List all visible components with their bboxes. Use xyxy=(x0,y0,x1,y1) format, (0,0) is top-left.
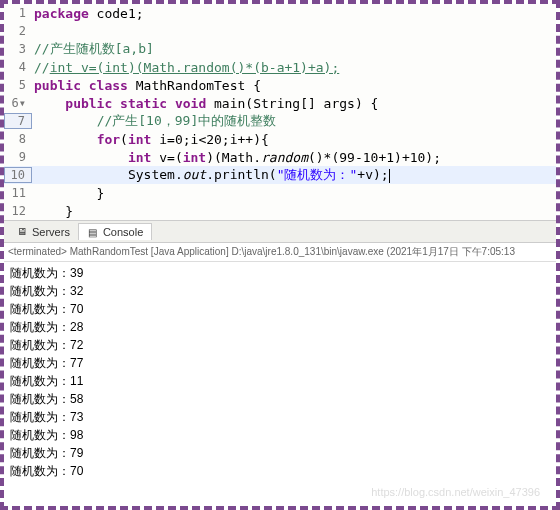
console-output[interactable]: 随机数为：39随机数为：32随机数为：70随机数为：28随机数为：72随机数为：… xyxy=(4,262,556,482)
line-number: 5 xyxy=(4,78,32,92)
server-icon: 🖥 xyxy=(16,226,28,238)
code-content[interactable]: int v=(int)(Math.random()*(99-10+1)+10); xyxy=(32,150,556,165)
console-line: 随机数为：72 xyxy=(10,336,550,354)
code-content[interactable]: //int v=(int)(Math.random()*(b-a+1)+a); xyxy=(32,60,556,75)
console-line: 随机数为：77 xyxy=(10,354,550,372)
line-number: 10 xyxy=(4,167,32,183)
code-line[interactable]: 3//产生随机数[a,b] xyxy=(4,40,556,58)
code-content[interactable]: package code1; xyxy=(32,6,556,21)
console-status: <terminated> MathRandomTest [Java Applic… xyxy=(4,243,556,262)
code-line[interactable]: 2 xyxy=(4,22,556,40)
console-icon: ▤ xyxy=(87,226,99,238)
line-number: 9 xyxy=(4,150,32,164)
code-line[interactable]: 6▾ public static void main(String[] args… xyxy=(4,94,556,112)
tab-label: Servers xyxy=(32,226,70,238)
code-content[interactable]: for(int i=0;i<20;i++){ xyxy=(32,132,556,147)
code-line[interactable]: 11 } xyxy=(4,184,556,202)
line-number: 4 xyxy=(4,60,32,74)
console-line: 随机数为：32 xyxy=(10,282,550,300)
console-line: 随机数为：58 xyxy=(10,390,550,408)
code-line[interactable]: 5public class MathRandomTest { xyxy=(4,76,556,94)
code-content[interactable]: //产生[10，99]中的随机整数 xyxy=(32,112,556,130)
code-content[interactable]: public static void main(String[] args) { xyxy=(32,96,556,111)
console-line: 随机数为：79 xyxy=(10,444,550,462)
console-line: 随机数为：98 xyxy=(10,426,550,444)
code-content[interactable]: } xyxy=(32,186,556,201)
console-line: 随机数为：11 xyxy=(10,372,550,390)
line-number: 6▾ xyxy=(4,96,32,110)
watermark: https://blog.csdn.net/weixin_47396 xyxy=(371,486,540,498)
console-line: 随机数为：28 xyxy=(10,318,550,336)
line-number: 3 xyxy=(4,42,32,56)
line-number: 7 xyxy=(4,113,32,129)
code-line[interactable]: 10 System.out.println("随机数为："+v); xyxy=(4,166,556,184)
line-number: 1 xyxy=(4,6,32,20)
console-line: 随机数为：39 xyxy=(10,264,550,282)
line-number: 11 xyxy=(4,186,32,200)
tab-servers[interactable]: 🖥 Servers xyxy=(8,224,78,240)
line-number: 2 xyxy=(4,24,32,38)
code-line[interactable]: 9 int v=(int)(Math.random()*(99-10+1)+10… xyxy=(4,148,556,166)
code-content[interactable]: System.out.println("随机数为："+v); xyxy=(32,166,556,184)
tab-label: Console xyxy=(103,226,143,238)
code-line[interactable]: 12 } xyxy=(4,202,556,220)
code-line[interactable]: 4//int v=(int)(Math.random()*(b-a+1)+a); xyxy=(4,58,556,76)
console-line: 随机数为：70 xyxy=(10,462,550,480)
code-editor[interactable]: 1package code1;23//产生随机数[a,b]4//int v=(i… xyxy=(4,4,556,221)
text-cursor xyxy=(389,169,390,183)
code-line[interactable]: 7 //产生[10，99]中的随机整数 xyxy=(4,112,556,130)
line-number: 12 xyxy=(4,204,32,218)
code-content[interactable]: } xyxy=(32,204,556,219)
bottom-tabs: 🖥 Servers ▤ Console xyxy=(4,221,556,243)
line-number: 8 xyxy=(4,132,32,146)
code-content[interactable]: //产生随机数[a,b] xyxy=(32,40,556,58)
console-line: 随机数为：70 xyxy=(10,300,550,318)
tab-console[interactable]: ▤ Console xyxy=(78,223,152,240)
code-line[interactable]: 8 for(int i=0;i<20;i++){ xyxy=(4,130,556,148)
console-line: 随机数为：73 xyxy=(10,408,550,426)
code-line[interactable]: 1package code1; xyxy=(4,4,556,22)
code-content[interactable]: public class MathRandomTest { xyxy=(32,78,556,93)
